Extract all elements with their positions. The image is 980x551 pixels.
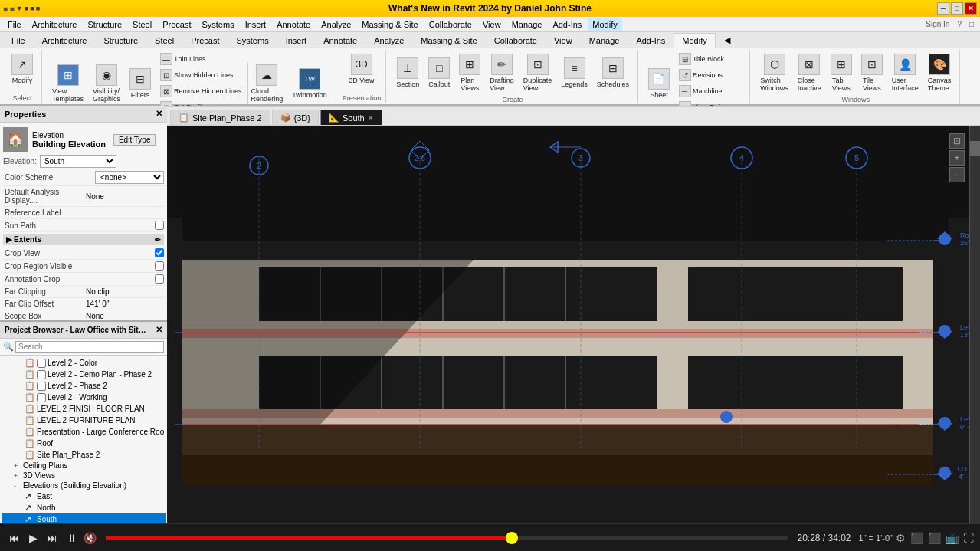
tab-massing[interactable]: Massing & Site <box>412 33 485 48</box>
tree-cb[interactable] <box>37 382 46 391</box>
tab-modify[interactable]: Modify <box>674 33 715 48</box>
tree-roof[interactable]: 📋 Roof <box>2 438 166 449</box>
sun-path-checkbox[interactable] <box>155 221 164 230</box>
tab-collaborate[interactable]: Collaborate <box>486 33 546 48</box>
maximize-btn[interactable]: □ <box>951 2 963 15</box>
settings-icon[interactable]: ⚙ <box>896 532 906 544</box>
scrollbar-thumb[interactable] <box>970 141 980 156</box>
render-btn[interactable]: ☁ CloudRendering <box>247 62 287 105</box>
tree-east[interactable]: ↗ East <box>2 490 166 502</box>
edit-type-btn[interactable]: Edit Type <box>113 134 156 146</box>
title-block-btn[interactable]: ⊟ Title Block <box>675 51 745 67</box>
zoom-in-btn[interactable]: + <box>949 150 965 166</box>
pip-icon[interactable]: ⬛ <box>928 532 941 544</box>
user-interface-btn[interactable]: 👤 UserInterface <box>888 51 923 94</box>
tree-level2-working[interactable]: 📋 Level 2 - Working <box>2 392 166 403</box>
tab-annotate[interactable]: Annotate <box>315 33 365 48</box>
zoom-fit-btn[interactable]: ⊡ <box>949 133 965 149</box>
menu-view[interactable]: View <box>478 18 506 31</box>
main-canvas[interactable]: 2 2.6 3 4 <box>167 126 980 523</box>
tree-site-plan[interactable]: 📋 Site Plan_Phase 2 <box>2 449 166 461</box>
tab-architecture[interactable]: Architecture <box>34 33 96 48</box>
tree-level2-phase2[interactable]: 📋 Level 2 - Phase 2 <box>2 380 166 392</box>
extents-section-header[interactable]: ▶ Extents ✏ <box>3 234 164 245</box>
3d-view-btn[interactable]: 3D 3D View <box>345 51 378 87</box>
tree-level2-color[interactable]: 📋 Level 2 - Color <box>2 357 166 369</box>
menu-addins[interactable]: Add-Ins <box>548 18 586 31</box>
tile-views-btn[interactable]: ⊡ TileViews <box>857 51 887 94</box>
thin-lines-btn[interactable]: — Thin Lines <box>156 51 246 67</box>
zoom-out-btn[interactable]: - <box>949 167 965 182</box>
drafting-view-btn[interactable]: ✏ DraftingView <box>486 51 518 94</box>
annotation-crop-checkbox[interactable] <box>155 274 164 284</box>
theater-icon[interactable]: ⬛ <box>910 532 923 544</box>
menu-annotate[interactable]: Annotate <box>272 18 315 31</box>
tree-south[interactable]: ↗ South <box>2 513 166 523</box>
skip-fwd-btn[interactable]: ⏭ <box>44 530 61 546</box>
canvas-vscrollbar[interactable] <box>969 126 980 523</box>
remove-hidden-btn[interactable]: ⊠ Remove Hidden Lines <box>156 84 246 99</box>
filters-btn[interactable]: ⊟ Filters <box>126 66 155 101</box>
tab-structure[interactable]: Structure <box>95 33 146 48</box>
tab-analyze[interactable]: Analyze <box>365 33 412 48</box>
menu-collaborate[interactable]: Collaborate <box>424 18 477 31</box>
tab-file[interactable]: File <box>3 33 34 48</box>
switch-windows-btn[interactable]: ⬡ SwitchWindows <box>756 51 792 94</box>
menu-massing[interactable]: Massing & Site <box>357 18 422 31</box>
tree-level2-demo[interactable]: 📋 Level 2 - Demo Plan - Phase 2 <box>2 369 166 380</box>
crop-region-checkbox[interactable] <box>155 261 164 271</box>
tree-cb[interactable] <box>37 370 46 379</box>
sheet-btn[interactable]: 📄 Sheet <box>644 66 674 101</box>
tree-ceiling-plans[interactable]: + Ceiling Plans <box>2 461 166 471</box>
tab-south-close[interactable]: ✕ <box>368 114 374 122</box>
tab-addins[interactable]: Add-Ins <box>628 33 674 48</box>
close-btn[interactable]: ✕ <box>965 2 977 15</box>
menu-structure[interactable]: Structure <box>83 18 126 31</box>
matchline-btn[interactable]: ⊣ Matchline <box>675 84 745 99</box>
fullscreen-icon[interactable]: ⛶ <box>963 532 974 544</box>
minimize-btn[interactable]: ─ <box>937 2 949 15</box>
tree-cb[interactable] <box>37 393 46 402</box>
legends-btn[interactable]: ≡ Legends <box>557 55 592 90</box>
duplicate-view-btn[interactable]: ⊡ DuplicateView <box>519 51 556 94</box>
volume-icon[interactable]: 🔇 <box>84 532 97 544</box>
tab-south[interactable]: 📐 South ✕ <box>320 110 382 125</box>
tree-level2-furniture[interactable]: 📋 LEVEL 2 FURNITURE PLAN <box>2 415 166 426</box>
tab-systems[interactable]: Systems <box>228 33 277 48</box>
properties-close-icon[interactable]: ✕ <box>156 109 162 119</box>
tree-presentation[interactable]: 📋 Presentation - Large Conference Roo <box>2 426 166 438</box>
color-scheme-select[interactable]: <none> <box>95 171 164 184</box>
tree-level2-finish[interactable]: 📋 LEVEL 2 FINISH FLOOR PLAN <box>2 403 166 415</box>
tab-steel[interactable]: Steel <box>146 33 182 48</box>
play-btn[interactable]: ▶ <box>26 530 41 546</box>
pause-btn[interactable]: ⏸ <box>64 530 80 546</box>
show-hidden-btn[interactable]: ⊡ Show Hidden Lines <box>156 67 246 83</box>
tab-3d[interactable]: 📦 {3D} <box>272 110 319 125</box>
skip-back-btn[interactable]: ⏮ <box>6 530 23 546</box>
tab-site-plan[interactable]: 📋 Site Plan_Phase 2 <box>170 110 270 125</box>
close-inactive-btn[interactable]: ⊠ CloseInactive <box>794 51 825 94</box>
plan-views-btn[interactable]: ⊞ PlanViews <box>455 51 484 94</box>
tree-3d-views[interactable]: + 3D Views <box>2 471 166 480</box>
visibility-graphics-btn[interactable]: ◉ Visibility/Graphics <box>89 62 124 105</box>
menu-steel[interactable]: Steel <box>128 18 156 31</box>
menu-analyze[interactable]: Analyze <box>316 18 356 31</box>
tree-north[interactable]: ↗ North <box>2 502 166 513</box>
tab-precast[interactable]: Precast <box>182 33 228 48</box>
menu-architecture[interactable]: Architecture <box>28 18 82 31</box>
callout-btn[interactable]: □ Callout <box>424 55 454 90</box>
elevation-select[interactable]: South <box>40 155 116 168</box>
menu-manage[interactable]: Manage <box>507 18 547 31</box>
canvas-theme-btn[interactable]: 🎨 CanvasTheme <box>924 51 955 94</box>
search-input[interactable] <box>15 341 164 353</box>
tab-view[interactable]: View <box>546 33 581 48</box>
modify-btn[interactable]: ↗ Modify <box>8 51 37 87</box>
tab-collapse[interactable]: ◀ <box>716 32 739 48</box>
tab-manage[interactable]: Manage <box>581 33 628 48</box>
tree-cb[interactable] <box>37 359 46 368</box>
view-templates-btn[interactable]: ⊞ ViewTemplates <box>48 62 87 105</box>
tab-views-btn[interactable]: ⊞ TabViews <box>827 51 856 94</box>
revisions-btn[interactable]: ↺ Revisions <box>675 67 745 83</box>
schedules-btn[interactable]: ⊟ Schedules <box>593 55 633 90</box>
progress-bar-container[interactable] <box>106 536 788 540</box>
